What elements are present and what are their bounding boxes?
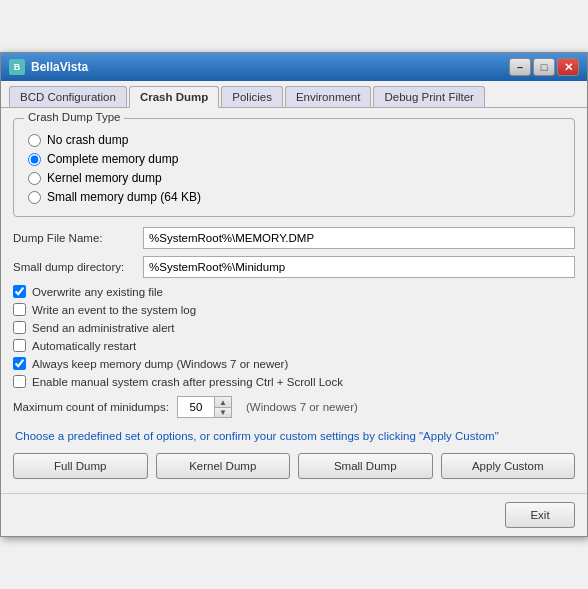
tab-environment[interactable]: Environment — [285, 86, 372, 107]
maximize-button[interactable]: □ — [533, 58, 555, 76]
radio-small-memory-label: Small memory dump (64 KB) — [47, 190, 201, 204]
dump-file-name-row: Dump File Name: — [13, 227, 575, 249]
minidumps-input[interactable] — [178, 397, 214, 417]
minimize-button[interactable]: – — [509, 58, 531, 76]
checkbox-auto-restart-label: Automatically restart — [32, 340, 136, 352]
checkbox-write-event-label: Write an event to the system log — [32, 304, 196, 316]
checkbox-overwrite-label: Overwrite any existing file — [32, 286, 163, 298]
title-bar: B BellaVista – □ ✕ — [1, 53, 587, 81]
radio-group: No crash dump Complete memory dump Kerne… — [28, 133, 560, 204]
spinner-down-button[interactable]: ▼ — [215, 408, 231, 418]
group-title: Crash Dump Type — [24, 111, 124, 123]
spinner-buttons: ▲ ▼ — [214, 397, 231, 417]
minidumps-spinner: ▲ ▼ — [177, 396, 232, 418]
radio-kernel-memory-input[interactable] — [28, 172, 41, 185]
checkbox-manual-crash-label: Enable manual system crash after pressin… — [32, 376, 343, 388]
checkbox-overwrite-input[interactable] — [13, 285, 26, 298]
checkbox-manual-crash-input[interactable] — [13, 375, 26, 388]
radio-small-memory-input[interactable] — [28, 191, 41, 204]
tab-policies[interactable]: Policies — [221, 86, 283, 107]
spinner-up-button[interactable]: ▲ — [215, 397, 231, 408]
checkbox-keep-memory-input[interactable] — [13, 357, 26, 370]
checkbox-write-event[interactable]: Write an event to the system log — [13, 303, 575, 316]
dump-file-name-input[interactable] — [143, 227, 575, 249]
radio-complete-memory-input[interactable] — [28, 153, 41, 166]
checkbox-auto-restart[interactable]: Automatically restart — [13, 339, 575, 352]
window-title: BellaVista — [31, 60, 88, 74]
radio-no-crash-input[interactable] — [28, 134, 41, 147]
tab-crash-dump[interactable]: Crash Dump — [129, 86, 219, 108]
app-icon: B — [9, 59, 25, 75]
checkbox-write-event-input[interactable] — [13, 303, 26, 316]
radio-complete-memory[interactable]: Complete memory dump — [28, 152, 560, 166]
checkbox-keep-memory-label: Always keep memory dump (Windows 7 or ne… — [32, 358, 288, 370]
small-dump-dir-row: Small dump directory: — [13, 256, 575, 278]
tab-bar: BCD Configuration Crash Dump Policies En… — [1, 81, 587, 108]
checkbox-admin-alert-input[interactable] — [13, 321, 26, 334]
bottom-bar: Exit — [1, 493, 587, 536]
minidumps-row: Maximum count of minidumps: ▲ ▼ (Windows… — [13, 396, 575, 418]
dump-file-name-label: Dump File Name: — [13, 232, 143, 244]
tab-bcd-configuration[interactable]: BCD Configuration — [9, 86, 127, 107]
radio-kernel-memory[interactable]: Kernel memory dump — [28, 171, 560, 185]
action-buttons-row: Full Dump Kernel Dump Small Dump Apply C… — [13, 453, 575, 479]
full-dump-button[interactable]: Full Dump — [13, 453, 148, 479]
radio-complete-memory-label: Complete memory dump — [47, 152, 178, 166]
radio-no-crash-label: No crash dump — [47, 133, 128, 147]
tab-content: Crash Dump Type No crash dump Complete m… — [1, 108, 587, 488]
title-bar-buttons: – □ ✕ — [509, 58, 579, 76]
minidumps-label: Maximum count of minidumps: — [13, 401, 169, 413]
checkbox-manual-crash[interactable]: Enable manual system crash after pressin… — [13, 375, 575, 388]
exit-button[interactable]: Exit — [505, 502, 575, 528]
kernel-dump-button[interactable]: Kernel Dump — [156, 453, 291, 479]
tab-debug-print-filter[interactable]: Debug Print Filter — [373, 86, 484, 107]
small-dump-button[interactable]: Small Dump — [298, 453, 433, 479]
checkbox-admin-alert[interactable]: Send an administrative alert — [13, 321, 575, 334]
title-bar-left: B BellaVista — [9, 59, 88, 75]
radio-no-crash[interactable]: No crash dump — [28, 133, 560, 147]
checkbox-admin-alert-label: Send an administrative alert — [32, 322, 175, 334]
checkbox-overwrite[interactable]: Overwrite any existing file — [13, 285, 575, 298]
checkbox-auto-restart-input[interactable] — [13, 339, 26, 352]
main-window: B BellaVista – □ ✕ BCD Configuration Cra… — [0, 52, 588, 536]
crash-dump-type-group: Crash Dump Type No crash dump Complete m… — [13, 118, 575, 217]
close-button[interactable]: ✕ — [557, 58, 579, 76]
checkbox-keep-memory[interactable]: Always keep memory dump (Windows 7 or ne… — [13, 357, 575, 370]
radio-small-memory[interactable]: Small memory dump (64 KB) — [28, 190, 560, 204]
small-dump-dir-label: Small dump directory: — [13, 261, 143, 273]
note-text: Choose a predefined set of options, or c… — [13, 428, 575, 444]
radio-kernel-memory-label: Kernel memory dump — [47, 171, 162, 185]
apply-custom-button[interactable]: Apply Custom — [441, 453, 576, 479]
minidumps-note: (Windows 7 or newer) — [246, 401, 358, 413]
small-dump-dir-input[interactable] — [143, 256, 575, 278]
